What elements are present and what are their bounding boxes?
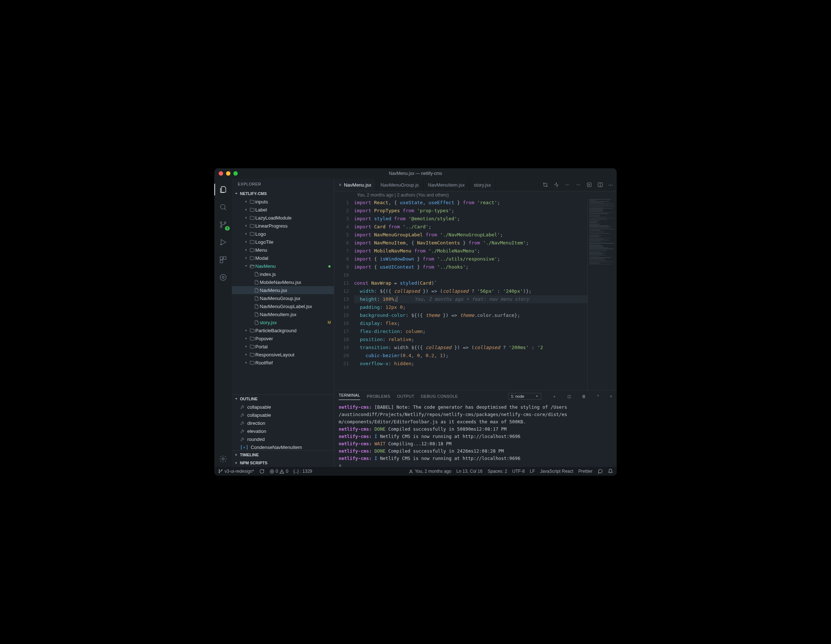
- split-editor-icon[interactable]: [597, 182, 603, 188]
- activity-bar: 7: [214, 179, 232, 467]
- folder-row[interactable]: LogoTile: [232, 238, 334, 246]
- activity-search[interactable]: [214, 199, 232, 215]
- sidebar-title: EXPLORER: [232, 179, 334, 190]
- status-problems[interactable]: 0 0: [269, 469, 288, 474]
- folder-row[interactable]: Menu: [232, 246, 334, 254]
- file-icon: [253, 271, 259, 277]
- panel-tab[interactable]: DEBUG CONSOLE: [421, 394, 458, 399]
- tree-label: story.jsx: [259, 320, 326, 325]
- folder-row[interactable]: LinearProgress: [232, 222, 334, 230]
- panel-tab[interactable]: OUTPUT: [397, 394, 414, 399]
- folder-row[interactable]: ResponsiveLayout: [232, 351, 334, 359]
- editor-tab[interactable]: ×NavMenu.jsx: [334, 179, 376, 191]
- outline-item[interactable]: rounded: [232, 435, 334, 443]
- status-encoding[interactable]: UTF-8: [513, 469, 525, 474]
- window-minimize-button[interactable]: [226, 171, 231, 175]
- outline-item[interactable]: collapsable: [232, 403, 334, 411]
- prev-change-icon[interactable]: [564, 182, 570, 188]
- status-bracket[interactable]: {..} : 1329: [293, 469, 312, 474]
- folder-row[interactable]: Popover: [232, 335, 334, 343]
- terminal-select[interactable]: 1: node: [508, 393, 542, 400]
- project-header[interactable]: NETLIFY-CMS: [232, 190, 334, 198]
- folder-row[interactable]: RootRef: [232, 359, 334, 367]
- activity-run-debug[interactable]: [214, 234, 232, 250]
- status-formatter[interactable]: Prettier: [578, 469, 592, 474]
- debug-icon: [219, 238, 227, 246]
- terminal-output[interactable]: netlify-cms: [BABEL] Note: The code gene…: [334, 402, 617, 467]
- chevron-up-icon[interactable]: ^: [597, 394, 599, 399]
- git-status: M: [326, 320, 331, 325]
- activity-source-control[interactable]: 7: [214, 217, 232, 233]
- panel-tab[interactable]: PROBLEMS: [367, 394, 390, 399]
- folder-icon: [249, 328, 255, 333]
- file-row[interactable]: NavMenuGroup.jsx: [232, 294, 334, 302]
- svg-point-2: [224, 222, 226, 223]
- next-change-icon[interactable]: [575, 182, 581, 188]
- outline-item[interactable]: collapsable: [232, 411, 334, 419]
- folder-row[interactable]: inputs: [232, 198, 334, 206]
- tree-label: ParticleBackground: [255, 328, 331, 333]
- folder-icon: [249, 231, 255, 237]
- outline-item[interactable]: direction: [232, 419, 334, 427]
- trash-icon[interactable]: 🗑: [582, 394, 586, 399]
- close-icon[interactable]: ×: [339, 182, 342, 188]
- file-row[interactable]: NavMenuGroupLabel.jsx: [232, 302, 334, 310]
- status-indent[interactable]: Spaces: 2: [487, 469, 507, 474]
- file-row[interactable]: NavMenuItem.jsx: [232, 310, 334, 318]
- npm-scripts-header[interactable]: NPM SCRIPTS: [232, 459, 334, 467]
- folder-row[interactable]: Logo: [232, 230, 334, 238]
- close-icon[interactable]: ×: [610, 394, 612, 399]
- folder-icon: [249, 255, 255, 261]
- folder-row[interactable]: Modal: [232, 254, 334, 262]
- window-close-button[interactable]: [219, 171, 223, 175]
- chevron-icon: [244, 352, 249, 357]
- activity-gitlens[interactable]: [214, 269, 232, 285]
- minimap[interactable]: [587, 199, 617, 390]
- folder-row[interactable]: Portal: [232, 343, 334, 351]
- status-notifications[interactable]: [608, 469, 613, 474]
- folder-row[interactable]: ParticleBackground: [232, 327, 334, 335]
- code-editor[interactable]: import React, { useState, useEffect } fr…: [354, 199, 587, 390]
- chevron-icon: [244, 215, 249, 220]
- editor-tab[interactable]: NavMenuGroup.js: [376, 179, 423, 191]
- status-eol[interactable]: LF: [530, 469, 535, 474]
- svg-point-10: [222, 458, 224, 460]
- editor-tab[interactable]: NavMenuItem.jsx: [423, 179, 469, 191]
- window-maximize-button[interactable]: [233, 171, 238, 175]
- status-blame[interactable]: You, 2 months ago: [409, 469, 451, 474]
- file-row[interactable]: MobileNavMenu.jsx: [232, 278, 334, 286]
- outline-item[interactable]: [∘]CondenseNavMenuItem: [232, 443, 334, 450]
- outline-header[interactable]: OUTLINE: [232, 395, 334, 403]
- activity-extensions[interactable]: [214, 252, 232, 268]
- panel-tab[interactable]: TERMINAL: [339, 393, 360, 400]
- run-icon[interactable]: [586, 182, 592, 188]
- timeline-header[interactable]: TIMELINE: [232, 451, 334, 459]
- status-language[interactable]: JavaScript React: [540, 469, 573, 474]
- tree-label: NavMenuGroupLabel.jsx: [259, 304, 331, 309]
- activity-settings[interactable]: [214, 451, 232, 467]
- file-icon: [253, 296, 259, 301]
- folder-row[interactable]: Label: [232, 206, 334, 214]
- status-branch[interactable]: v3-ui-redesign*: [218, 469, 254, 474]
- modified-dot: ●: [326, 263, 331, 269]
- file-row[interactable]: index.js: [232, 270, 334, 278]
- chevron-icon: [244, 207, 249, 212]
- more-icon[interactable]: ⋯: [608, 182, 613, 188]
- svg-point-8: [220, 274, 226, 281]
- activity-explorer[interactable]: [214, 182, 232, 198]
- status-cursor[interactable]: Ln 13, Col 16: [457, 469, 482, 474]
- file-row[interactable]: story.jsxM: [232, 318, 334, 327]
- folder-icon: [249, 263, 255, 269]
- file-row[interactable]: NavMenu.jsx: [232, 286, 334, 294]
- open-changes-icon[interactable]: [553, 182, 559, 188]
- status-sync[interactable]: [259, 469, 264, 474]
- status-feedback[interactable]: [598, 469, 603, 474]
- svg-point-21: [411, 470, 412, 471]
- folder-row[interactable]: LazyLoadModule: [232, 214, 334, 222]
- split-icon[interactable]: ◫: [567, 394, 571, 399]
- compare-icon[interactable]: [543, 182, 548, 188]
- editor-tab[interactable]: story.jsx: [470, 179, 496, 191]
- plus-icon[interactable]: ＋: [552, 394, 556, 399]
- folder-row[interactable]: NavMenu●: [232, 262, 334, 270]
- outline-item[interactable]: elevation: [232, 427, 334, 435]
